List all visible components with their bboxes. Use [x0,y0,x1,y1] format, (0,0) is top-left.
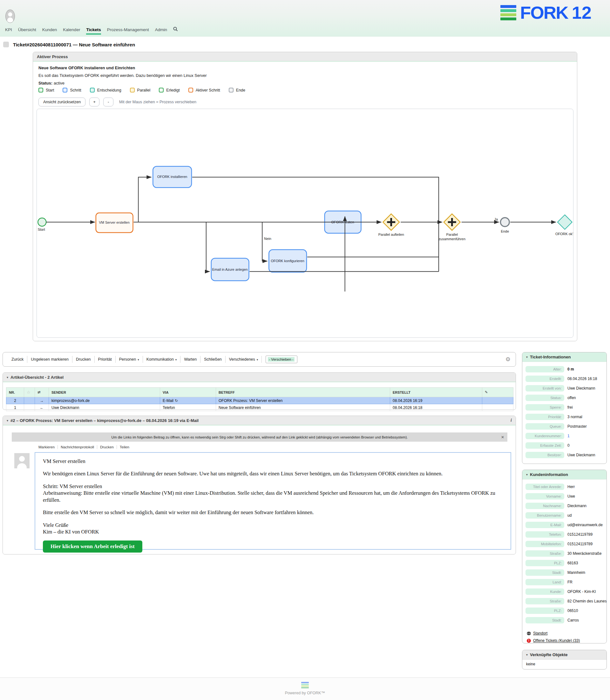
toolbar-drucken[interactable]: Drucken [73,356,95,363]
toolbar-prioritaet[interactable]: Priorität [95,356,116,363]
move-queue-select[interactable]: - Verschieben - [266,355,298,363]
article-row-2[interactable]: 2 → kimprozess@o-fork.de E-Mail↻ OFORK P… [6,397,513,404]
ticket-info-title: Ticket-Informationen [530,355,571,360]
nav-item-kalender[interactable]: Kalender [63,27,80,35]
col-erstellt[interactable]: ERSTELLT [390,388,482,397]
col-star: ☆ [24,388,35,397]
article-detail-header[interactable]: ▾ #2 – OFORK Prozess: VM Server erstelle… [3,416,516,426]
nav-item-uebersicht[interactable]: Übersicht [18,27,36,35]
node-ende[interactable] [500,218,509,226]
row1-star[interactable] [24,404,35,411]
info-row-erstellt: Erstellt:08.04.2026 16:18 [526,374,603,383]
toolbar-zurueck[interactable]: Zurück [8,356,27,363]
node-zusammen-label-2: zusammenführen [438,237,465,241]
node-ok-label: OFORK ok? [555,232,573,236]
toolbar-kommunikation[interactable]: Kommunikation [143,356,181,363]
node-ofork-ok[interactable] [558,215,572,229]
legend-parallel: Parallel [130,88,150,93]
toolbar-warten[interactable]: Warten [180,356,200,363]
row1-sender: Uwe Dieckmann [49,404,160,411]
node-ende-label: Ende [501,229,509,233]
action-drucken[interactable]: Drucken [97,445,117,449]
article-row-1[interactable]: 1 ← Uwe Dieckmann Telefon Neue Software … [6,404,513,411]
toolbar-schliessen[interactable]: Schließen [200,356,226,363]
article-overview-header[interactable]: ▾ Artikel-Übersicht - 2 Artikel [3,373,516,382]
logo-number: 12 [572,4,592,21]
info-icon[interactable]: i [511,418,512,423]
search-icon[interactable] [173,27,178,35]
ticket-info-panel: ▾ Ticket-Informationen Alter:0 m Erstell… [522,352,607,464]
sender-avatar [14,453,30,468]
customer-links: Standort ! Offene Tickets (Kunde) (33) [522,627,607,646]
person-icon [14,453,30,468]
ticket-info-rows: Alter:0 m Erstellt:08.04.2026 16:18 Erst… [522,362,607,462]
collapse-icon[interactable]: ▾ [526,473,528,476]
row2-sender: kimprozess@o-fork.de [49,397,160,404]
footer-logo-icon [301,682,309,688]
row2-star[interactable] [24,397,35,404]
toolbar-personen[interactable]: Personen [116,356,143,363]
info-row-nachname: Nachname:Dieckmann [526,501,603,511]
collapse-icon[interactable]: ▾ [526,653,528,656]
work-done-button[interactable]: Hier klicken wenn Arbeit erledigt ist [43,540,142,553]
legend-schritt: Schritt [63,88,81,93]
star-icon[interactable]: ☆ [27,390,31,395]
move-queue-selected-value: - Verschieben - [268,357,294,362]
pan-hint: Mit der Maus ziehen = Prozess verschiebe… [119,100,196,104]
nav-item-prozess-management[interactable]: Prozess-Management [107,27,149,35]
col-via[interactable]: VIA [160,388,216,397]
collapse-icon[interactable]: ▾ [7,376,8,379]
open-tickets-link[interactable]: ! Offene Tickets (Kunde) (33) [527,638,603,643]
nav-item-kunden[interactable]: Kunden [42,27,57,35]
standort-link[interactable]: Standort [527,631,603,636]
article-overview-title: Artikel-Übersicht - 2 Artikel [11,375,64,380]
toolbar-ungelesen-markieren[interactable]: Ungelesen markieren [27,356,73,363]
info-row-status: Status:offen [526,393,603,402]
collapse-icon[interactable]: ▾ [7,419,8,422]
article-table: NR. ☆ ⇄ SENDER VIA BETREFF ERSTELLT ✎ 2 … [6,387,513,411]
ticket-type-icon [3,42,9,47]
ticket-info-header[interactable]: ▾ Ticket-Informationen [522,352,607,362]
info-row-email: E-Mail:ud@einraumwerk.de [526,520,603,530]
collapse-icon[interactable]: ▾ [526,355,528,359]
action-nachrichtenprotokoll[interactable]: Nachrichtenprotokoll [58,445,97,449]
process-controls: Ansicht zurücksetzen + - Mit der Maus zi… [38,98,196,107]
col-nr[interactable]: NR. [6,388,24,397]
close-icon[interactable]: ✕ [501,435,504,440]
info-row-alter: Alter:0 m [526,364,603,374]
customer-info-header[interactable]: ▾ Kundeninformation [522,470,607,479]
col-betreff[interactable]: BETREFF [216,388,390,397]
process-canvas[interactable]: VM Server erstellen OFORK installieren O… [36,109,574,338]
nav-item-admin[interactable]: Admin [155,27,167,35]
node-installieren-label: OFORK installieren [157,175,187,178]
zoom-in-button[interactable]: + [89,98,99,107]
refresh-icon[interactable]: ↻ [175,398,178,403]
user-avatar[interactable] [5,10,15,23]
link-notice-bar: Um die Links im folgenden Beitrag zu öff… [12,432,508,442]
info-row-plz-1: PLZ:68163 [526,558,603,568]
email-closing-1: Viele Grüße [43,522,503,528]
customer-info-panel: ▾ Kundeninformation Titel oder Anrede:He… [522,470,607,643]
legend-aktiver-schritt-swatch [188,88,193,93]
linked-objects-header[interactable]: ▾ Verknüpfte Objekte [522,650,607,659]
swap-arrows-icon[interactable]: ⇄ [37,390,41,394]
node-start[interactable] [38,218,46,226]
email-para-2: Arbeitsanweisung: Bitte erstelle eine vi… [43,490,503,503]
process-diagram: VM Server erstellen OFORK installieren O… [37,109,573,337]
toolbar-verschiedenes[interactable]: Verschiedenes [226,356,262,363]
action-markieren[interactable]: Markieren [38,445,58,449]
legend-ende-swatch [229,88,234,93]
gear-icon[interactable]: ⚙ [505,356,511,363]
info-row-queue: Queue:Postmaster [526,421,603,431]
row1-erstellt: 08.04.2026 16:18 [390,404,482,411]
action-teilen[interactable]: Teilen [117,445,132,449]
col-sender[interactable]: SENDER [49,388,160,397]
nav-item-kpi[interactable]: KPI [5,27,12,35]
zoom-out-button[interactable]: - [103,98,113,107]
logo-word: FORK [520,4,568,21]
active-process-panel: Aktiver Prozess Neue Software OFORK inst… [33,52,577,341]
customer-number-link[interactable]: 1 [567,434,569,438]
node-vm-label: VM Server erstellen [99,221,130,224]
reset-view-button[interactable]: Ansicht zurücksetzen [38,98,85,107]
nav-item-tickets[interactable]: Tickets [86,27,101,35]
